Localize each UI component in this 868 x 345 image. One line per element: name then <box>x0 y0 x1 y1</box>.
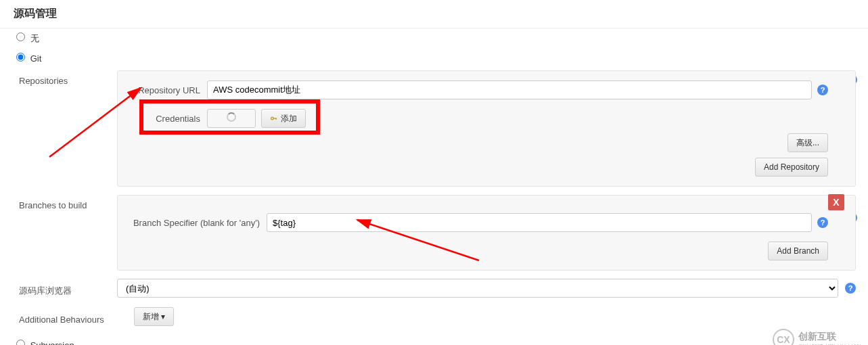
scm-none-label[interactable]: 无 <box>30 33 39 43</box>
help-icon[interactable]: ? <box>845 283 856 294</box>
loading-spinner-icon <box>227 112 236 122</box>
credentials-select[interactable] <box>207 109 256 128</box>
scm-none-option: 无 <box>0 28 868 49</box>
branch-specifier-input[interactable] <box>267 213 812 232</box>
add-repository-button[interactable]: Add Repository <box>755 158 828 177</box>
scm-subversion-option: Subversion <box>0 336 868 345</box>
remove-branch-button[interactable]: X <box>828 194 844 210</box>
add-branch-button[interactable]: Add Branch <box>768 242 828 260</box>
scm-none-radio[interactable] <box>16 32 25 41</box>
add-credentials-button[interactable]: 添加 <box>261 109 306 128</box>
watermark-name-en: CHUANG XIN HU LIAN <box>798 343 861 346</box>
additional-behaviours-label: Additional Behaviours <box>19 309 134 325</box>
watermark: CX 创新互联 CHUANG XIN HU LIAN <box>773 329 861 345</box>
scm-git-option: Git <box>0 49 868 68</box>
advanced-button[interactable]: 高级... <box>787 133 828 152</box>
help-icon[interactable]: ? <box>817 217 828 228</box>
repositories-label: Repositories <box>19 70 117 86</box>
repo-browser-select[interactable]: (自动) <box>117 279 838 298</box>
branches-label: Branches to build <box>19 195 117 210</box>
key-icon <box>270 115 278 122</box>
watermark-name-cn: 创新互联 <box>798 331 861 343</box>
watermark-logo-icon: CX <box>773 329 794 345</box>
repo-url-input[interactable] <box>207 80 812 99</box>
svg-rect-2 <box>276 118 277 120</box>
help-icon[interactable]: ? <box>817 85 828 95</box>
credentials-label: Credentials <box>133 114 207 124</box>
add-behaviour-button[interactable]: 新增 ▾ <box>134 307 174 326</box>
repo-browser-label: 源码库浏览器 <box>19 279 117 297</box>
scm-git-radio[interactable] <box>16 53 25 62</box>
add-credentials-label: 添加 <box>281 113 297 124</box>
scm-git-label[interactable]: Git <box>30 53 42 64</box>
scm-subversion-radio[interactable] <box>16 340 25 345</box>
scm-subversion-label[interactable]: Subversion <box>30 340 74 345</box>
branch-specifier-label: Branch Specifier (blank for 'any') <box>133 218 267 228</box>
repositories-panel: Repository URL ? Credentials 添加 高级... <box>117 70 856 187</box>
section-title: 源码管理 <box>0 0 868 28</box>
repo-url-label: Repository URL <box>133 85 207 95</box>
branches-panel: X Branch Specifier (blank for 'any') ? A… <box>117 195 856 271</box>
